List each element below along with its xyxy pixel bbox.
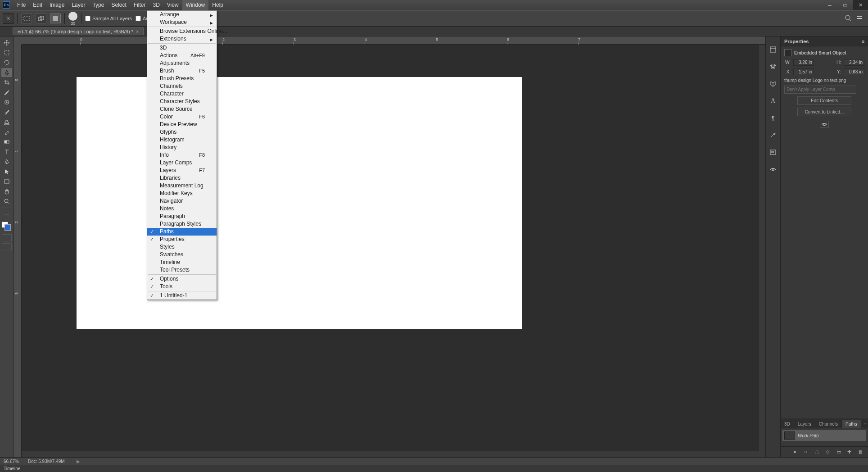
window-menu-item[interactable]: Extensions▶ bbox=[147, 35, 217, 43]
eye-panel-icon[interactable] bbox=[768, 164, 778, 174]
move-tool[interactable] bbox=[1, 38, 12, 47]
menu-edit[interactable]: Edit bbox=[29, 0, 46, 10]
stamp-tool[interactable] bbox=[1, 118, 12, 127]
add-mask-icon[interactable]: ▭ bbox=[836, 449, 843, 455]
crop-tool[interactable] bbox=[1, 78, 12, 87]
navigator-panel-icon[interactable] bbox=[768, 147, 778, 157]
document-canvas[interactable] bbox=[77, 77, 522, 329]
window-menu-item[interactable]: Swatches bbox=[147, 251, 217, 259]
window-menu-item[interactable]: LayersF7 bbox=[147, 167, 217, 174]
gradient-tool[interactable] bbox=[1, 137, 12, 146]
window-menu-item[interactable]: Libraries bbox=[147, 174, 217, 182]
options-bar-menu-icon[interactable] bbox=[856, 14, 863, 23]
window-menu-item[interactable]: ColorF6 bbox=[147, 113, 217, 121]
document-tab-close-icon[interactable]: × bbox=[136, 29, 139, 34]
menu-file[interactable]: File bbox=[14, 0, 29, 10]
window-menu-item[interactable]: BrushF5 bbox=[147, 67, 217, 75]
character-panel-icon[interactable]: A bbox=[768, 96, 778, 106]
maximize-button[interactable]: ▭ bbox=[837, 0, 853, 10]
selection-add-icon[interactable] bbox=[36, 14, 46, 23]
search-icon[interactable] bbox=[845, 14, 852, 23]
menu-3d[interactable]: 3D bbox=[149, 0, 163, 10]
paths-panel-menu-icon[interactable]: ≡ bbox=[861, 420, 868, 428]
x-value[interactable]: 1.57 in bbox=[793, 68, 814, 75]
new-path-icon[interactable]: ✚ bbox=[847, 449, 854, 455]
selection-subtract-icon[interactable] bbox=[50, 14, 61, 23]
menu-image[interactable]: Image bbox=[46, 0, 68, 10]
convert-to-linked-button[interactable]: Convert to Linked... bbox=[797, 108, 851, 116]
status-bar-menu-icon[interactable]: ▶ bbox=[77, 459, 80, 464]
brush-tool[interactable] bbox=[1, 108, 12, 117]
window-menu-item[interactable]: Options✓ bbox=[147, 275, 217, 283]
tab-layers[interactable]: Layers bbox=[794, 420, 815, 428]
make-work-path-icon[interactable]: ◇ bbox=[826, 449, 832, 455]
minimize-button[interactable]: ─ bbox=[822, 0, 837, 10]
window-menu-item[interactable]: Clone Source bbox=[147, 105, 217, 113]
menu-layer[interactable]: Layer bbox=[68, 0, 89, 10]
eyedropper-tool[interactable] bbox=[1, 88, 12, 97]
quick-selection-tool[interactable] bbox=[1, 68, 12, 77]
menu-help[interactable]: Help bbox=[208, 0, 227, 10]
lasso-tool[interactable] bbox=[1, 58, 12, 67]
vertical-scrollbar[interactable] bbox=[759, 45, 765, 451]
tab-channels[interactable]: Channels bbox=[815, 420, 842, 428]
heal-tool[interactable] bbox=[1, 98, 12, 107]
tool-preset-picker[interactable] bbox=[3, 13, 14, 24]
window-menu-item[interactable]: Paths✓ bbox=[147, 228, 217, 236]
tab-paths[interactable]: Paths bbox=[842, 420, 861, 428]
window-menu-item[interactable]: Styles bbox=[147, 243, 217, 251]
paragraph-panel-icon[interactable]: ¶ bbox=[768, 113, 778, 123]
window-menu-item[interactable]: Tool Presets bbox=[147, 266, 217, 274]
horizontal-scrollbar[interactable] bbox=[22, 451, 765, 457]
close-button[interactable]: ✕ bbox=[853, 0, 868, 10]
menu-window[interactable]: Window bbox=[182, 0, 209, 10]
zoom-tool[interactable] bbox=[1, 197, 12, 206]
height-value[interactable]: 2.34 in bbox=[844, 59, 864, 66]
brush-size-picker[interactable]: 30 bbox=[68, 12, 77, 26]
canvas-area[interactable]: 01234567 0123 bbox=[14, 36, 765, 457]
doc-size[interactable]: Doc: 5.93M/7.49M bbox=[28, 459, 65, 464]
window-menu-item[interactable]: Modifier Keys bbox=[147, 190, 217, 197]
tools-panel-icon[interactable] bbox=[768, 130, 778, 140]
window-menu-item[interactable]: Timeline bbox=[147, 259, 217, 266]
fill-path-icon[interactable]: ● bbox=[793, 449, 800, 455]
window-menu-item[interactable]: Paragraph Styles bbox=[147, 220, 217, 228]
edit-toolbar-icon[interactable]: ⋯ bbox=[1, 210, 12, 219]
libraries-panel-icon[interactable] bbox=[768, 79, 778, 89]
window-menu-item[interactable]: Paragraph bbox=[147, 213, 217, 220]
window-menu-item[interactable]: Glyphs bbox=[147, 128, 217, 136]
delete-path-icon[interactable]: 🗑 bbox=[858, 449, 864, 455]
zoom-level[interactable]: 66.67% bbox=[4, 459, 19, 464]
menu-filter[interactable]: Filter bbox=[130, 0, 149, 10]
window-menu-item[interactable]: Channels bbox=[147, 82, 217, 90]
timeline-panel[interactable]: Timeline bbox=[0, 465, 868, 472]
path-select-tool[interactable] bbox=[1, 167, 12, 176]
window-menu-item[interactable]: Notes bbox=[147, 205, 217, 213]
window-menu-item[interactable]: Navigator bbox=[147, 197, 217, 205]
window-menu-item[interactable]: Character Styles bbox=[147, 98, 217, 105]
window-menu-item[interactable]: InfoF8 bbox=[147, 151, 217, 159]
menu-view[interactable]: View bbox=[163, 0, 182, 10]
edit-contents-button[interactable]: Edit Contents bbox=[797, 96, 851, 105]
sample-all-layers-checkbox[interactable]: Sample All Layers bbox=[85, 16, 132, 21]
properties-panel-menu-icon[interactable]: ≡ bbox=[860, 38, 866, 45]
y-value[interactable]: 0.63 in bbox=[844, 68, 864, 75]
window-menu-item[interactable]: Measurement Log bbox=[147, 182, 217, 190]
stroke-path-icon[interactable]: ○ bbox=[804, 449, 810, 455]
layer-comp-dropdown[interactable]: Don't Apply Layer Comp bbox=[784, 86, 856, 94]
marquee-tool[interactable] bbox=[1, 48, 12, 57]
window-menu-item[interactable]: 3D bbox=[147, 44, 217, 52]
window-menu-item[interactable]: Adjustments bbox=[147, 59, 217, 67]
window-menu-item[interactable]: Properties✓ bbox=[147, 236, 217, 243]
window-menu-dropdown[interactable]: Arrange▶Workspace▶Browse Extensions Onli… bbox=[147, 10, 217, 300]
color-swatches[interactable] bbox=[2, 222, 12, 231]
eraser-tool[interactable] bbox=[1, 127, 12, 136]
path-item-work-path[interactable]: Work Path bbox=[782, 430, 866, 441]
window-menu-item[interactable]: Histogram bbox=[147, 136, 217, 144]
document-tab[interactable]: ed-1 @ 66.7% (thump design Logo no text,… bbox=[13, 27, 144, 35]
type-tool[interactable] bbox=[1, 147, 12, 156]
menu-select[interactable]: Select bbox=[108, 0, 130, 10]
history-panel-icon[interactable] bbox=[768, 45, 778, 54]
window-menu-item[interactable]: History bbox=[147, 144, 217, 151]
window-menu-item[interactable]: Workspace▶ bbox=[147, 18, 217, 26]
